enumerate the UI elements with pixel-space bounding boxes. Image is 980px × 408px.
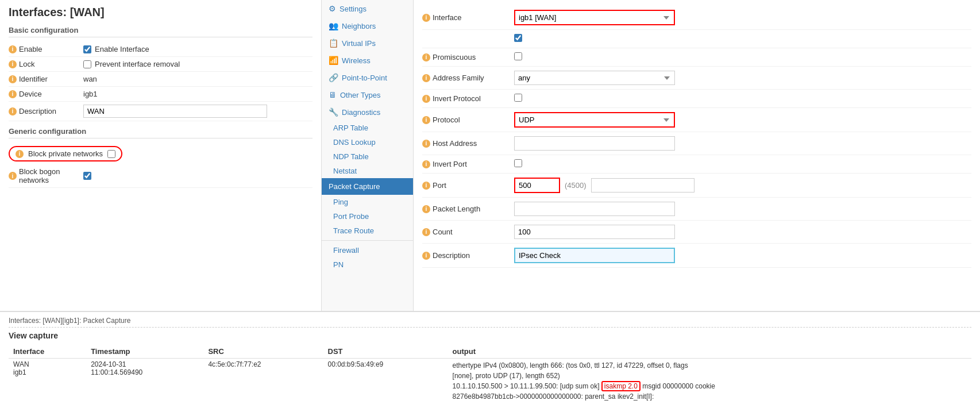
virtual-ips-icon: 📋	[329, 39, 338, 48]
block-private-info-icon: i	[16, 150, 24, 158]
sidebar-item-firewall[interactable]: Firewall	[322, 243, 413, 257]
sidebar-sub-ping[interactable]: Ping	[322, 195, 413, 209]
trace-route-label: Trace Route	[333, 226, 374, 235]
promiscuous-control	[514, 52, 971, 62]
description-left-label-text: Description	[19, 107, 56, 116]
arp-table-label: ARP Table	[333, 124, 368, 132]
count-input[interactable]	[514, 225, 675, 239]
packet-length-label-text: Packet Length	[433, 205, 480, 213]
invert-port-checkbox[interactable]	[514, 159, 522, 167]
protocol-label-text: Protocol	[433, 116, 460, 124]
interface-select[interactable]: igb1 [WAN]	[514, 10, 675, 25]
invert-port-row: i Invert Port	[422, 155, 971, 174]
port-hint: (4500)	[565, 181, 587, 190]
identifier-row: i Identifier wan	[9, 72, 312, 87]
address-family-select[interactable]: any	[514, 71, 675, 85]
count-label: i Count	[422, 228, 514, 236]
address-family-row: i Address Family any	[422, 67, 971, 90]
block-private-row: i Block private networks	[9, 146, 122, 161]
device-val: igb1	[83, 90, 98, 98]
enable-label-text: Enable	[19, 45, 42, 53]
packet-length-input[interactable]	[514, 202, 675, 216]
sidebar-sub-trace-route[interactable]: Trace Route	[322, 224, 413, 238]
description-left-row: i Description	[9, 102, 312, 121]
identifier-val: wan	[83, 75, 97, 83]
description-right-input[interactable]	[514, 248, 675, 263]
extra-checkbox[interactable]	[514, 34, 522, 42]
sidebar-item-pn[interactable]: PN	[322, 257, 413, 272]
other-types-icon: 🖥	[329, 90, 337, 99]
description-right-control	[514, 248, 971, 263]
port-label: i Port	[422, 181, 514, 190]
block-bogon-label: i Block bogon networks	[9, 167, 83, 184]
protocol-row: i Protocol UDP	[422, 108, 971, 132]
port-row: i Port (4500)	[422, 174, 971, 198]
identifier-label-text: Identifier	[19, 75, 48, 83]
sidebar-item-settings[interactable]: ⚙ Settings	[322, 0, 413, 17]
top-area: Interfaces: [WAN] Basic configuration i …	[0, 0, 980, 311]
sidebar-item-wireless[interactable]: 📶 Wireless	[322, 52, 413, 69]
packet-capture-label: Packet Capture	[329, 182, 380, 191]
port-probe-label: Port Probe	[333, 212, 369, 221]
sidebar-sub-packet-capture[interactable]: Packet Capture	[322, 178, 413, 195]
nav-divider-1	[322, 240, 413, 241]
cell-timestamp: 2024-10-31 11:00:14.569490	[86, 359, 203, 404]
sidebar-item-neighbors[interactable]: 👥 Neighbors	[322, 17, 413, 34]
sidebar-sub-dns-lookup[interactable]: DNS Lookup	[322, 135, 413, 149]
col-interface: Interface	[9, 345, 86, 359]
sidebar-sub-ndp-table[interactable]: NDP Table	[322, 149, 413, 164]
sidebar-sub-netstat[interactable]: Netstat	[322, 164, 413, 178]
enable-value: Enable Interface	[83, 45, 312, 53]
sidebar-sub-arp-table[interactable]: ARP Table	[322, 121, 413, 135]
device-info-icon: i	[9, 90, 17, 98]
host-address-control	[514, 136, 971, 151]
sidebar-item-point-to-point[interactable]: 🔗 Point-to-Point	[322, 69, 413, 86]
block-bogon-checkbox[interactable]	[83, 172, 91, 180]
page-title: Interfaces: [WAN]	[9, 6, 312, 19]
interface-row: i Interface igb1 [WAN]	[422, 6, 971, 30]
col-dst: DST	[323, 345, 448, 359]
sidebar-sub-port-probe[interactable]: Port Probe	[322, 209, 413, 224]
sidebar-item-virtual-ips[interactable]: 📋 Virtual IPs	[322, 34, 413, 52]
protocol-info-icon: i	[422, 116, 430, 124]
lock-label-text: Lock	[19, 60, 34, 68]
block-private-label: Block private networks	[28, 149, 103, 158]
description-right-info-icon: i	[422, 252, 430, 260]
block-private-outer: i Block private networks	[9, 143, 312, 164]
lock-row: i Lock Prevent interface removal	[9, 57, 312, 72]
ping-label: Ping	[333, 198, 348, 206]
packet-length-row: i Packet Length	[422, 198, 971, 221]
ndp-table-label: NDP Table	[333, 152, 369, 161]
protocol-select[interactable]: UDP	[514, 112, 675, 128]
port-secondary-input[interactable]	[591, 178, 695, 193]
lock-checkbox[interactable]	[83, 60, 91, 68]
description-right-row: i Description	[422, 244, 971, 268]
sidebar-item-other-types[interactable]: 🖥 Other Types	[322, 86, 413, 103]
port-input[interactable]	[514, 178, 560, 193]
sidebar-item-diagnostics[interactable]: 🔧 Diagnostics	[322, 103, 413, 121]
output-line-4: 8276e8b4987bb1cb->0000000000000000: pare…	[453, 391, 967, 402]
cell-src: 4c:5e:0c:7f:77:e2	[203, 359, 323, 404]
invert-protocol-label: i Invert Protocol	[422, 94, 514, 103]
identifier-label: i Identifier	[9, 75, 83, 83]
identifier-info-icon: i	[9, 75, 17, 83]
cell-output: ethertype IPv4 (0x0800), length 666: (to…	[448, 359, 971, 404]
output-line-2: [none], proto UDP (17), length 652)	[453, 371, 967, 381]
promiscuous-label-text: Promiscuous	[433, 53, 476, 61]
capture-table: Interface Timestamp SRC DST output WAN i…	[9, 345, 971, 403]
lock-info-icon: i	[9, 60, 17, 68]
promiscuous-checkbox[interactable]	[514, 52, 522, 60]
description-right-label: i Description	[422, 251, 514, 260]
block-bogon-label-text: Block bogon networks	[19, 167, 83, 184]
packet-length-info-icon: i	[422, 205, 430, 213]
port-info-icon: i	[422, 182, 430, 190]
host-address-row: i Host Address	[422, 132, 971, 155]
invert-protocol-checkbox[interactable]	[514, 94, 522, 102]
enable-info-icon: i	[9, 45, 17, 53]
enable-checkbox[interactable]	[83, 45, 91, 53]
address-family-control: any	[514, 71, 971, 85]
description-left-input[interactable]	[83, 105, 267, 118]
host-address-input[interactable]	[514, 136, 675, 151]
block-private-checkbox[interactable]	[107, 150, 115, 158]
address-family-label: i Address Family	[422, 74, 514, 82]
